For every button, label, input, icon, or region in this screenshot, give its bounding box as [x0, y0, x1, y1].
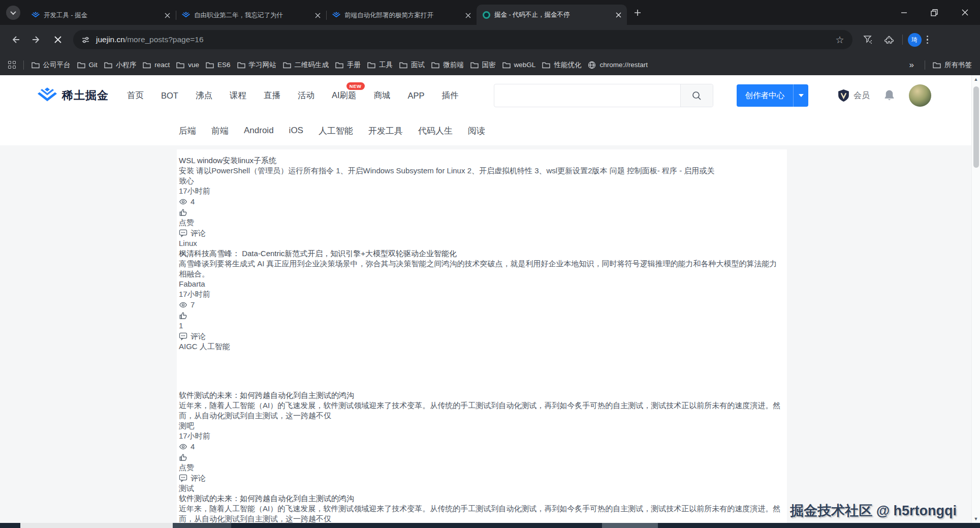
bookmarks-overflow-chevron[interactable]: » [906, 60, 917, 70]
subnav-backend[interactable]: 后端 [179, 125, 196, 137]
apps-grid-icon[interactable] [8, 61, 16, 69]
address-bar[interactable]: juejin.cn/more_posts?page=16 ☆ [73, 30, 852, 49]
vip-member[interactable]: 会员 [837, 89, 870, 103]
scroll-up-icon[interactable]: ▲ [974, 75, 978, 83]
nav-home[interactable]: 首页 [127, 90, 144, 101]
search-button[interactable] [680, 84, 713, 107]
creator-center-button[interactable]: 创作者中心 [737, 84, 809, 107]
search-input[interactable] [494, 84, 680, 107]
bookmark-folder[interactable]: 面试 [399, 60, 425, 70]
forward-button[interactable] [28, 32, 45, 48]
eye-icon [179, 198, 187, 206]
post-tags[interactable]: Linux [179, 238, 782, 249]
bookmark-folder[interactable]: webGL [502, 61, 536, 69]
eye-icon [179, 301, 187, 309]
like-label[interactable]: 点赞 [179, 462, 782, 473]
vertical-scrollbar[interactable]: ▲ ▼ [971, 75, 980, 523]
juejin-logo[interactable]: 稀土掘金 [38, 87, 109, 104]
bookmark-folder[interactable]: ES6 [206, 61, 231, 69]
tab-close-icon[interactable] [463, 11, 472, 20]
bookmark-folder[interactable]: vue [176, 61, 199, 69]
site-info-icon[interactable] [81, 36, 90, 44]
bookmark-folder[interactable]: 二维码生成 [283, 60, 329, 70]
subnav-reading[interactable]: 阅读 [468, 125, 485, 137]
nav-plugin[interactable]: 插件 [442, 90, 459, 101]
post-title-link[interactable]: 软件测试的未来：如何跨越自动化到自主测试的鸿沟 [179, 493, 782, 504]
bookmark-star-icon[interactable]: ☆ [835, 34, 844, 46]
bookmark-restart-link[interactable]: chrome://restart [588, 61, 648, 69]
comment-button[interactable]: 评论 [179, 473, 782, 483]
creator-dropdown-button[interactable] [793, 84, 808, 107]
post-author-link[interactable]: 测吧 [179, 421, 782, 431]
subnav-career[interactable]: 代码人生 [418, 125, 453, 137]
subnav-ai[interactable]: 人工智能 [319, 125, 353, 137]
subnav-frontend[interactable]: 前端 [211, 125, 229, 137]
bookmark-folder[interactable]: 国密 [470, 60, 496, 70]
juejin-favicon-icon [31, 12, 40, 19]
tab-close-icon[interactable] [163, 11, 172, 20]
post-tags[interactable]: AIGC 人工智能 [179, 341, 782, 352]
bookmark-folder[interactable]: 微前端 [431, 60, 464, 70]
tab-3[interactable]: 前端自动化部署的极简方案打开 [326, 6, 477, 25]
adblock-extension-icon[interactable] [860, 32, 876, 48]
nav-live[interactable]: 直播 [264, 90, 280, 101]
tab-4-active[interactable]: 掘金 - 代码不止，掘金不停 [477, 5, 627, 25]
bookmark-folder[interactable]: react [143, 61, 170, 69]
tab-title: 开发工具 - 掘金 [44, 11, 159, 20]
browser-profile-avatar[interactable]: 琦 [908, 33, 922, 47]
post-author-link[interactable]: Fabarta [179, 279, 782, 289]
comment-icon [179, 474, 187, 482]
bookmark-folder[interactable]: 小程序 [104, 60, 137, 70]
subnav-ios[interactable]: iOS [289, 126, 303, 136]
minimize-button[interactable] [889, 0, 919, 25]
extensions-puzzle-icon[interactable] [881, 32, 897, 48]
bookmark-folder[interactable]: 公司平台 [31, 60, 71, 70]
bookmark-folder[interactable]: 学习网站 [237, 60, 276, 70]
tab-search-button[interactable] [6, 6, 20, 20]
like-button[interactable] [179, 207, 782, 218]
all-bookmarks-folder[interactable]: 所有书签 [933, 60, 972, 70]
nav-events[interactable]: 活动 [298, 90, 314, 101]
new-tab-button[interactable] [630, 5, 645, 20]
like-label[interactable]: 点赞 [179, 218, 782, 228]
post-title-link[interactable]: WSL window安装linux子系统 [179, 156, 782, 166]
nav-pins[interactable]: 沸点 [196, 90, 212, 101]
bookmark-folder[interactable]: 工具 [367, 60, 393, 70]
browser-menu-icon[interactable] [927, 36, 929, 44]
tab-close-icon[interactable] [614, 10, 623, 19]
like-button[interactable] [179, 310, 782, 321]
close-window-button[interactable] [950, 0, 980, 25]
nav-app[interactable]: APP [408, 91, 425, 101]
comment-button[interactable]: 评论 [179, 331, 782, 341]
post-tags[interactable]: 测试 [179, 483, 782, 493]
like-label[interactable]: 1 [179, 321, 782, 331]
user-avatar[interactable] [909, 84, 931, 107]
nav-courses[interactable]: 课程 [230, 90, 246, 101]
notification-bell-icon[interactable] [883, 89, 896, 102]
subnav-android[interactable]: Android [244, 126, 274, 136]
tab-2[interactable]: 自由职业第二年，我忘记了为什 [176, 6, 326, 25]
bookmark-folder[interactable]: Git [77, 61, 98, 69]
tab-1[interactable]: 开发工具 - 掘金 [25, 6, 176, 25]
thumb-up-icon [179, 311, 188, 320]
like-button[interactable] [179, 452, 782, 462]
post-title-link[interactable]: 软件测试的未来：如何跨越自动化到自主测试的鸿沟 [179, 390, 782, 400]
stop-loading-button[interactable] [50, 32, 66, 48]
post-author-link[interactable]: 致心 [179, 176, 782, 186]
nav-shop[interactable]: 商城 [374, 90, 391, 101]
restore-button[interactable] [919, 0, 950, 25]
nav-ai-quiz[interactable]: AI刷题NEW [332, 90, 357, 101]
comment-label: 评论 [191, 228, 206, 238]
comment-button[interactable]: 评论 [179, 228, 782, 238]
scroll-down-icon[interactable]: ▼ [974, 515, 978, 523]
bookmark-label: 性能优化 [554, 60, 581, 70]
bookmark-folder[interactable]: 手册 [335, 60, 361, 70]
bookmark-folder[interactable]: 性能优化 [542, 60, 581, 70]
post-title-link[interactable]: 枫清科技高雪峰： Data-Centric新范式开启，知识引擎+大模型双轮驱动企… [179, 249, 782, 259]
back-button[interactable] [7, 32, 23, 48]
tab-close-icon[interactable] [313, 11, 322, 20]
subnav-devtools[interactable]: 开发工具 [368, 125, 403, 137]
bookmarks-divider [925, 60, 925, 70]
scrollbar-thumb[interactable] [973, 86, 979, 168]
nav-bot[interactable]: BOT [161, 91, 178, 101]
